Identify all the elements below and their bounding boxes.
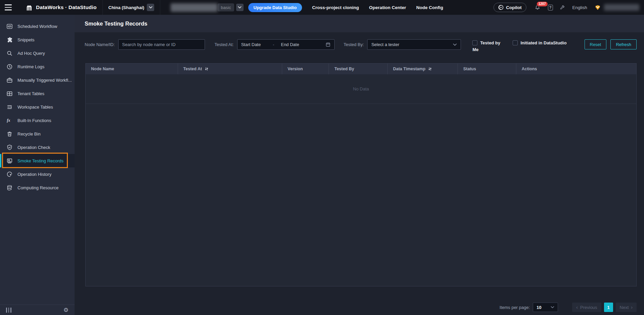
nav-node-config[interactable]: Node Config: [416, 5, 443, 10]
gear-icon[interactable]: ⚙: [63, 307, 69, 313]
column-header-node-name: Node Name: [86, 64, 178, 74]
history-cursor-icon: [6, 171, 13, 178]
trash-icon: [6, 131, 13, 137]
column-header-data-timestamp[interactable]: Data Timestamp: [388, 64, 458, 74]
shield-check-icon: [6, 144, 13, 151]
sidebar-item-label: Ad Hoc Query: [17, 51, 45, 56]
document-icon: [6, 158, 13, 164]
tested-by-me-checkbox[interactable]: [472, 40, 477, 45]
vip-badge-icon[interactable]: [595, 4, 601, 11]
sidebar: Scheduled Workflow Snippets Ad Hoc Query…: [0, 15, 75, 315]
panel-resize-handle-icon[interactable]: [6, 308, 11, 313]
dataworks-logo-icon: [25, 4, 33, 11]
sort-icon[interactable]: [428, 67, 432, 71]
page-title: Smoke Testing Records: [85, 21, 147, 27]
notification-badge: 1207: [536, 1, 548, 7]
sidebar-item-scheduled-workflow[interactable]: Scheduled Workflow: [0, 19, 75, 33]
redacted-project-name: [171, 3, 218, 12]
language-selector[interactable]: English: [572, 5, 587, 10]
sidebar-item-operation-check[interactable]: Operation Check: [0, 141, 75, 154]
list-icon: [6, 104, 13, 110]
sidebar-item-runtime-logs[interactable]: Runtime Logs: [0, 60, 75, 73]
filter-bar: Node Name/ID: Tested At: Start Date - En…: [75, 32, 644, 53]
column-header-tested-by: Tested By: [329, 64, 388, 74]
initiated-in-datastudio-option: Initiated in DataStudio: [513, 39, 566, 46]
copilot-button[interactable]: Copilot: [493, 3, 526, 12]
main-content: Smoke Testing Records Node Name/ID: Test…: [75, 15, 644, 315]
sidebar-item-snippets[interactable]: Snippets: [0, 33, 75, 46]
topbar: DataWorks · DataStudio China (Shanghai) …: [0, 0, 644, 15]
upgrade-data-studio-button[interactable]: Upgrade Data Studio: [248, 3, 302, 12]
next-page-button[interactable]: Next ›: [616, 303, 637, 312]
sidebar-item-label: Operation History: [17, 172, 51, 177]
database-icon: [6, 185, 13, 191]
chevron-right-icon: ›: [631, 305, 633, 310]
wrench-icon[interactable]: [560, 4, 565, 10]
end-date-placeholder: End Date: [281, 42, 299, 47]
sidebar-item-label: Runtime Logs: [17, 64, 44, 69]
column-header-version: Version: [282, 64, 329, 74]
tester-select[interactable]: Select a tester: [367, 39, 461, 50]
column-header-tested-at[interactable]: Tested At: [178, 64, 283, 74]
sort-icon[interactable]: [205, 67, 209, 71]
empty-state: No Data: [86, 74, 636, 104]
start-date-placeholder: Start Date: [241, 42, 261, 47]
chevron-down-icon[interactable]: [236, 4, 244, 11]
no-data-text: No Data: [353, 86, 369, 91]
sidebar-item-label: Recycle Bin: [17, 131, 41, 136]
tester-select-placeholder: Select a tester: [371, 42, 399, 47]
briefcase-icon: [6, 77, 13, 83]
calendar-icon: [326, 42, 331, 47]
tested-by-me-option: Tested by Me: [472, 39, 503, 53]
sidebar-item-recycle-bin[interactable]: Recycle Bin: [0, 127, 75, 141]
nav-cross-project-cloning[interactable]: Cross-project cloning: [312, 5, 359, 10]
previous-page-button[interactable]: ‹ Previous: [572, 303, 601, 312]
initiated-checkbox[interactable]: [513, 40, 518, 45]
initiated-label: Initiated in DataStudio: [520, 40, 566, 45]
nav-operation-center[interactable]: Operation Center: [369, 5, 406, 10]
items-per-page-select[interactable]: 10: [533, 303, 558, 312]
refresh-button[interactable]: Refresh: [610, 39, 637, 49]
copilot-icon: [498, 5, 504, 10]
sidebar-item-label: Tenant Tables: [17, 91, 44, 96]
date-range-picker[interactable]: Start Date - End Date: [237, 39, 335, 50]
sidebar-item-computing-resource[interactable]: Computing Resource: [0, 181, 75, 194]
sidebar-item-label: Computing Resource: [17, 185, 58, 190]
puzzle-icon: [6, 37, 13, 43]
chevron-down-icon: [551, 306, 554, 309]
svg-text:fx: fx: [7, 118, 10, 123]
brand: DataWorks · DataStudio: [25, 4, 97, 11]
help-icon[interactable]: ?: [548, 5, 553, 10]
divider: [102, 0, 103, 15]
chevron-down-icon: [453, 43, 457, 46]
copilot-label: Copilot: [506, 5, 522, 10]
sidebar-item-built-in-functions[interactable]: fx Built-In Functions: [0, 114, 75, 127]
node-search-input[interactable]: [118, 39, 205, 50]
menu-icon[interactable]: [5, 4, 12, 10]
sidebar-item-operation-history[interactable]: Operation History: [0, 167, 75, 181]
current-page-button[interactable]: 1: [604, 303, 613, 312]
reset-button[interactable]: Reset: [585, 39, 607, 49]
notifications-button[interactable]: 1207: [534, 4, 541, 10]
sidebar-item-workspace-tables[interactable]: Workspace Tables: [0, 100, 75, 114]
region-label: China (Shanghai): [109, 5, 144, 10]
sidebar-item-smoke-testing-records[interactable]: Smoke Testing Records: [0, 154, 75, 167]
sidebar-item-manually-triggered-workflows[interactable]: Manually Triggered Workfl...: [0, 73, 75, 87]
items-per-page-label: Items per page:: [500, 305, 530, 310]
node-name-label: Node Name/ID:: [85, 39, 115, 50]
region-selector[interactable]: China (Shanghai): [109, 4, 155, 11]
divider: [160, 0, 160, 15]
brand-title: DataWorks · DataStudio: [36, 4, 97, 10]
clock-icon: [6, 64, 13, 70]
sidebar-item-tenant-tables[interactable]: Tenant Tables: [0, 87, 75, 100]
env-selector[interactable]: basic: [218, 3, 243, 11]
chevron-down-icon[interactable]: [147, 4, 154, 11]
search-icon: [6, 50, 13, 56]
sidebar-item-ad-hoc-query[interactable]: Ad Hoc Query: [0, 46, 75, 60]
pagination: Items per page: 10 ‹ Previous 1 Next ›: [500, 303, 637, 312]
sidebar-item-label: Scheduled Workflow: [17, 24, 57, 29]
items-per-page-value: 10: [536, 305, 541, 310]
column-header-actions: Actions: [516, 64, 636, 74]
code-icon: [6, 23, 13, 30]
fx-icon: fx: [6, 117, 13, 124]
